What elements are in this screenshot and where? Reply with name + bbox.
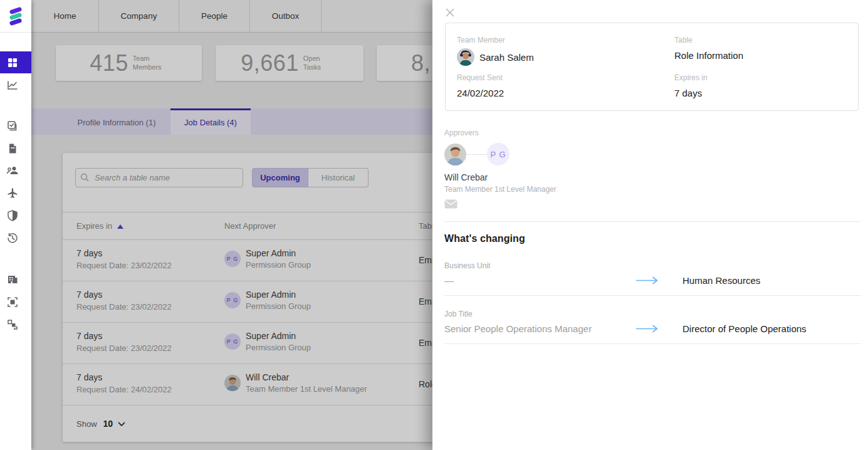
approver-photo-avatar [444,144,466,165]
airplane-icon [6,187,19,199]
approver-name: Will Crebar [444,172,861,182]
change-arrow-icon [635,276,659,285]
sidebar-item-dashboard[interactable] [0,51,31,73]
field-request-sent: Request Sent 24/02/2022 [446,68,663,110]
change-new-value: Director of People Operations [673,323,861,334]
sidebar-item-assets[interactable] [0,291,31,313]
change-arrow-icon [635,325,659,333]
change-old-value: — [444,275,635,286]
sidebar-item-analytics[interactable] [0,74,31,96]
change-row: — Human Resources [444,274,861,286]
history-clock-icon [6,232,19,244]
sidebar-item-travel[interactable] [0,182,31,204]
field-label: Table [674,36,858,44]
team-member-avatar [457,48,474,66]
shield-icon [6,209,19,222]
team-member-name: Sarah Salem [479,52,534,63]
close-drawer-button[interactable] [445,8,456,19]
expires-value: 7 days [674,88,858,98]
row-divider [444,343,861,344]
table-value: Role Information [674,50,858,61]
sidebar-item-history[interactable] [0,227,31,249]
tasks-check-icon [6,120,19,132]
sidebar-item-security[interactable] [0,204,31,226]
second-approver-initials-avatar: P G [487,143,510,165]
brand-logo-icon [8,6,24,26]
field-table: Table Role Information [663,23,858,68]
building-icon [6,273,19,285]
field-team-member: Team Member Sarah Salem [446,23,663,68]
field-label: Expires in [674,73,858,82]
approvers-chain: P G [444,143,861,165]
email-approver-button[interactable] [444,199,458,210]
row-divider [444,295,861,296]
approver-role: Team Member 1st Level Manager [444,185,861,194]
app-logo[interactable] [0,0,31,33]
close-icon [445,8,455,18]
document-icon [6,142,19,155]
field-label: Team Member [457,36,663,44]
hierarchy-icon [6,318,19,331]
change-row: Senior People Operations Manager Directo… [444,322,861,335]
whats-changing-heading: What's changing [444,233,861,244]
avatar-initials: P G [490,150,506,159]
request-sent-value: 24/02/2022 [457,88,663,98]
asset-box-icon [6,296,19,308]
drawer-body: Approvers P G Will Crebar Team Member 1s… [432,111,868,344]
field-label: Request Sent [457,73,663,82]
analytics-chart-icon [6,79,19,92]
field-expires-in: Expires in 7 days [663,68,858,110]
sidebar-item-documents[interactable] [0,137,31,159]
section-divider [444,221,861,222]
mail-icon [444,199,458,209]
sidebar [0,0,31,450]
sidebar-item-people[interactable] [0,159,31,181]
sidebar-item-tasks[interactable] [0,115,31,137]
sidebar-item-hierarchy[interactable] [0,313,31,335]
request-details-drawer: Team Member Sarah Salem Table Role Infor… [432,0,868,450]
approvers-label: Approvers [444,128,861,137]
request-summary-card: Team Member Sarah Salem Table Role Infor… [445,23,859,111]
change-field-label: Job Title [444,310,861,318]
dashboard-grid-icon [6,56,19,69]
change-old-value: Senior People Operations Manager [444,323,635,334]
sidebar-item-company[interactable] [0,268,31,290]
people-icon [6,164,19,177]
change-new-value: Human Resources [673,275,861,286]
change-field-label: Business Unit [444,261,861,270]
approver-connector-line [466,154,487,155]
app-window: Home Company People Outbox 415 Team Memb… [0,0,868,450]
